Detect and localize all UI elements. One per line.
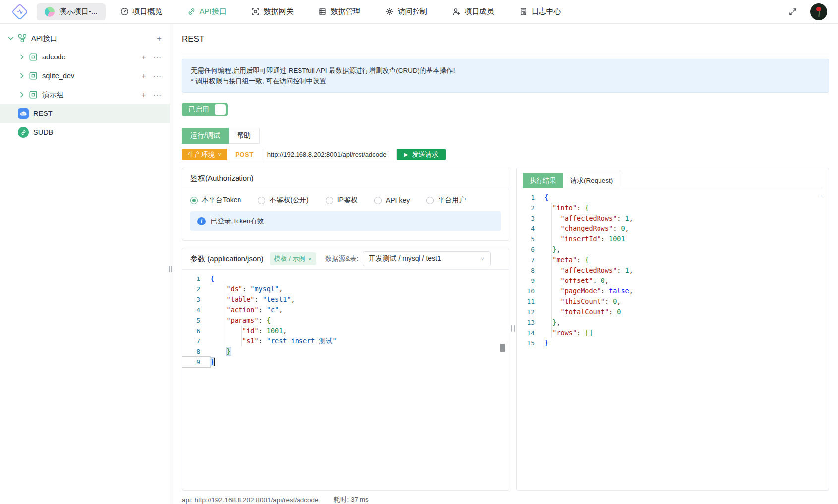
- sidebar-root-api[interactable]: API接口 +: [0, 29, 170, 48]
- api-group-root-icon: [18, 34, 27, 43]
- code-line[interactable]: 3 "table": "test1",: [182, 294, 509, 305]
- code-line[interactable]: 14 "rows": []: [517, 328, 829, 338]
- chevron-right-icon[interactable]: [18, 53, 26, 61]
- group-label: 演示组: [42, 90, 64, 100]
- tab-exec-result[interactable]: 执行结果: [523, 173, 563, 188]
- env-dropdown[interactable]: 生产环境 ∨: [182, 149, 227, 160]
- radio-platform-user[interactable]: 平台用户: [426, 196, 466, 205]
- code-line[interactable]: 2 "info": {: [517, 203, 829, 213]
- code-line[interactable]: 9 "offset": 0,: [517, 276, 829, 286]
- code-line[interactable]: 13 },: [517, 317, 829, 328]
- toggle-knob[interactable]: [215, 104, 226, 115]
- code-line[interactable]: 15}: [517, 338, 829, 348]
- tab-request[interactable]: 请求(Request): [563, 173, 620, 188]
- code-line[interactable]: 4 "action": "c",: [182, 305, 509, 315]
- code-line[interactable]: 4 "changedRows": 0,: [517, 224, 829, 234]
- code-line[interactable]: 3 "affectedRows": 1,: [517, 213, 829, 224]
- line-number: 4: [182, 305, 210, 315]
- sidebar-api-tree: API接口 + adcode + ··· sqlite_dev + ···: [0, 24, 170, 504]
- request-url-input[interactable]: [262, 149, 397, 160]
- sidebar-group-demo[interactable]: 演示组 + ···: [0, 85, 170, 104]
- radio-platform-token[interactable]: 本平台Token: [190, 196, 241, 205]
- api-link-icon: [187, 7, 196, 16]
- nav-item-members[interactable]: 项目成员: [452, 7, 494, 16]
- code-line[interactable]: 12 "totalCount": 0: [517, 307, 829, 317]
- code-line[interactable]: 7 "meta": {: [517, 255, 829, 265]
- add-icon[interactable]: +: [141, 91, 146, 99]
- chevron-down-icon: ∨: [308, 256, 311, 261]
- database-icon: [318, 7, 327, 16]
- add-icon[interactable]: +: [141, 53, 146, 61]
- code-line[interactable]: 5 "insertId": 1001: [517, 234, 829, 244]
- panel-splitter[interactable]: [509, 168, 516, 491]
- resize-handle[interactable]: [169, 266, 172, 272]
- line-number: 1: [182, 274, 210, 284]
- more-icon[interactable]: ···: [153, 72, 162, 80]
- sidebar-group-sqlite-dev[interactable]: sqlite_dev + ···: [0, 66, 170, 85]
- tab-run-debug[interactable]: 运行/调试: [182, 128, 229, 144]
- code-line[interactable]: 1{: [517, 192, 829, 203]
- more-icon[interactable]: ···: [153, 53, 162, 61]
- chevron-right-icon[interactable]: [18, 72, 26, 80]
- nav-item-logs[interactable]: 日志中心: [519, 7, 561, 16]
- code-line[interactable]: 8 "affectedRows": 1,: [517, 265, 829, 276]
- chevron-down-icon[interactable]: [7, 34, 15, 42]
- project-pie-icon: [45, 7, 55, 17]
- rest-cloud-icon: REST: [18, 108, 29, 119]
- line-number: 10: [517, 286, 544, 296]
- main-content: REST 无需任何编程,启用后即可即通过 RESTfull API 最数据源进行…: [173, 24, 838, 504]
- code-line[interactable]: 10 "pageMode": false,: [517, 286, 829, 296]
- line-number: 15: [517, 338, 544, 348]
- code-line[interactable]: 6 },: [517, 244, 829, 255]
- dashboard-icon: [120, 7, 129, 16]
- sidebar-item-rest[interactable]: REST REST: [0, 104, 170, 123]
- result-json-editor[interactable]: — 1{2 "info": {3 "affectedRows": 1,4 "ch…: [517, 188, 829, 490]
- project-switcher[interactable]: 演示项目-...: [37, 3, 106, 20]
- radio-dot: [258, 197, 265, 204]
- sidebar-group-adcode[interactable]: adcode + ···: [0, 48, 170, 66]
- nav-item-api[interactable]: API接口: [187, 7, 227, 16]
- enabled-toggle[interactable]: 已启用: [182, 103, 228, 116]
- radio-api-key[interactable]: API key: [374, 196, 410, 204]
- request-body-editor[interactable]: 1{2 "ds": "mysql",3 "table": "test1",4 "…: [182, 270, 509, 490]
- send-request-button[interactable]: ▶ 发送请求: [397, 149, 446, 160]
- code-line[interactable]: 7 "s1": "rest insert 测试": [182, 336, 509, 346]
- auth-panel: 鉴权(Authorization) 本平台Token 不鉴权(公开): [182, 168, 509, 241]
- sidebar-item-sudb[interactable]: SUDB: [0, 123, 170, 142]
- link-icon: [18, 127, 29, 138]
- line-number: 2: [182, 284, 210, 294]
- text-cursor: [214, 358, 215, 366]
- tab-help[interactable]: 帮助: [229, 128, 260, 144]
- nav-item-overview[interactable]: 项目概览: [120, 7, 163, 16]
- code-line[interactable]: 8 }: [182, 346, 509, 357]
- code-line[interactable]: 2 "ds": "mysql",: [182, 284, 509, 294]
- template-example-dropdown[interactable]: 模板 / 示例 ∨: [270, 252, 316, 265]
- log-doc-icon: [519, 7, 528, 16]
- params-panel: 参数 (application/json) 模板 / 示例 ∨ 数据源&表: 开…: [182, 248, 509, 491]
- fullscreen-icon[interactable]: [788, 7, 797, 16]
- scrollbar-cursor-mark: [500, 344, 505, 352]
- code-line[interactable]: 9}: [182, 357, 509, 367]
- code-line[interactable]: 11 "thisCount": 0,: [517, 296, 829, 307]
- code-line[interactable]: 5 "params": {: [182, 315, 509, 326]
- nav-item-data-manage[interactable]: 数据管理: [318, 7, 360, 16]
- resize-handle[interactable]: [511, 325, 515, 332]
- line-number: 6: [517, 244, 544, 255]
- code-line[interactable]: 1{: [182, 274, 509, 284]
- user-avatar[interactable]: [810, 3, 827, 20]
- line-number: 11: [517, 296, 544, 307]
- more-icon[interactable]: ···: [153, 91, 162, 99]
- radio-dot: [374, 197, 382, 204]
- datasource-select[interactable]: 开发测试 / mysql / test1 ∨: [363, 251, 491, 266]
- add-icon[interactable]: +: [157, 34, 162, 43]
- add-icon[interactable]: +: [141, 72, 146, 80]
- app-logo-icon[interactable]: [11, 3, 29, 21]
- chevron-right-icon[interactable]: [18, 91, 26, 99]
- radio-no-auth[interactable]: 不鉴权(公开): [258, 196, 308, 205]
- nav-item-gateway[interactable]: 数据网关: [251, 7, 294, 16]
- sidebar-item-label: SUDB: [33, 128, 53, 136]
- nav-item-access-control[interactable]: 访问控制: [385, 7, 427, 16]
- params-title: 参数 (application/json): [190, 254, 264, 264]
- code-line[interactable]: 6 "id": 1001,: [182, 326, 509, 336]
- radio-ip-auth[interactable]: IP鉴权: [326, 196, 358, 205]
